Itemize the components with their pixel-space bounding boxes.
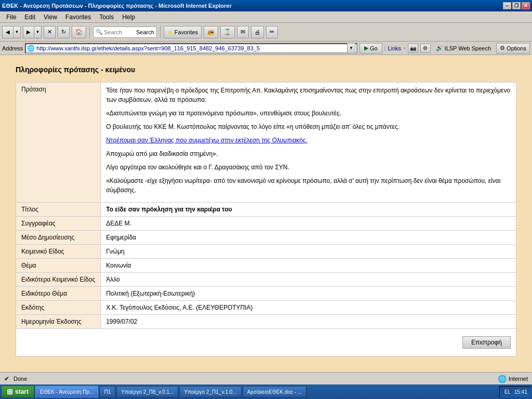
search-box[interactable]: 🔍 Search — [93, 26, 157, 38]
table-row: Ειδικότερο Θέμα Πολιτική (Εξωτερική-Εσωτ… — [16, 287, 516, 301]
options-label: Options — [507, 45, 526, 51]
row-value-9: 1999/07/02 — [101, 315, 516, 329]
info-table: Πρόταση Τότε ήταν που παρενέβη ο πρόεδρο… — [16, 82, 516, 356]
row-label-6: Ειδικότερα Κειμενικό Είδος — [16, 273, 101, 287]
menu-edit[interactable]: Edit — [20, 12, 39, 22]
taskbar-item-2[interactable]: Υποέργο 2_Π8_v.0.1... — [116, 386, 178, 397]
address-input-wrap[interactable]: 🌐 ▼ — [25, 43, 357, 54]
taskbar-item-3[interactable]: Υποέργο 2_Π1_v.1.0... — [179, 386, 241, 397]
internet-icon: 🌐 — [498, 375, 507, 383]
proposal-para-5: Λίγο αργότερα τον ακολούθησε και ο Γ. Δρ… — [106, 163, 511, 172]
forward-button[interactable]: ▶ — [23, 26, 34, 38]
taskbar-item-4[interactable]: ΑρσάκειοΕΘΕΚ.doc - ... — [243, 386, 307, 397]
back-button[interactable]: ◀ — [2, 26, 14, 38]
table-row: Μέσο Δημοσίευσης Εφημερίδα — [16, 231, 516, 245]
row-value-1: Το είδε σαν πρόκληση για την καριέρα του — [101, 203, 516, 217]
close-button[interactable]: ✕ — [522, 2, 530, 9]
toolbar-sep1 — [89, 26, 90, 38]
go-button[interactable]: ▶ Go — [360, 43, 382, 54]
status-text: Done — [14, 376, 494, 382]
proposal-para-6: «Καλούμαστε -είχε εξηγήσει νωρίτερα- από… — [106, 176, 511, 195]
proposal-para-1: Τότε ήταν που παρενέβη ο πρόεδρος της Επ… — [106, 86, 511, 104]
menu-view[interactable]: View — [39, 12, 61, 22]
options-icon: ⚙ — [500, 45, 505, 51]
status-bar: ✔ Done 🌐 Internet — [0, 372, 532, 384]
proposal-link-para: Ντρέπομαι σαν Έλληνας που συμμετέχω στην… — [106, 136, 511, 145]
print-button[interactable]: 🖨 — [251, 26, 264, 38]
search-label: Search — [136, 29, 154, 35]
favorites-label: Favorites — [175, 29, 198, 35]
row-label-7: Ειδικότερο Θέμα — [16, 287, 101, 301]
media-button[interactable]: 📻 — [204, 26, 218, 38]
page-icon: 🌐 — [27, 45, 35, 52]
links-label[interactable]: Links — [388, 45, 401, 51]
menu-file[interactable]: File — [2, 12, 20, 22]
system-tray: EL 15:41 — [499, 386, 531, 397]
taskbar-item-0[interactable]: ΕΘΕΚ - Ανεύρεση Πρ... — [35, 386, 98, 397]
table-row: Κειμενικό Είδος Γνώμη — [16, 245, 516, 259]
proposal-para-4: Αποχωρώ από μια διαδικασία στημένη». — [106, 149, 511, 158]
address-input[interactable] — [36, 45, 347, 51]
menu-tools[interactable]: Tools — [95, 12, 118, 22]
edit-button[interactable]: ✏ — [266, 26, 278, 38]
speech-label: ILSP Web Speech — [445, 45, 491, 51]
go-icon: ▶ — [364, 45, 368, 51]
row-label-9: Ημερομηνία Έκδοσης — [16, 315, 101, 329]
menu-help[interactable]: Help — [118, 12, 139, 22]
menu-bar: File Edit View Favorites Tools Help — [0, 11, 532, 23]
row-label-1: Τίτλος — [16, 203, 101, 217]
row-value-0: Τότε ήταν που παρενέβη ο πρόεδρος της Επ… — [101, 83, 516, 203]
home-button[interactable]: 🏠 — [72, 26, 86, 38]
restore-button[interactable]: ❐ — [512, 2, 521, 9]
row-label-3: Μέσο Δημοσίευσης — [16, 231, 101, 245]
table-row: Εκδότης Χ.Κ. Τεγόπουλος Εκδόσεις, Α.Ε. (… — [16, 301, 516, 315]
window-title: ΕΘΕΚ - Ανεύρεση Προτάσεων - Πληροφορίες … — [2, 3, 232, 9]
minimize-button[interactable]: − — [503, 2, 511, 9]
row-label-5: Θέμα — [16, 259, 101, 273]
title-value: Το είδε σαν πρόκληση για την καριέρα του — [106, 206, 232, 213]
media-mini-button[interactable]: 📷 — [408, 44, 418, 53]
content-area: Πληροφορίες πρότασης - κειμένου Πρόταση … — [0, 55, 532, 372]
search-input[interactable] — [104, 29, 135, 35]
back-dropdown[interactable]: ▼ — [14, 26, 21, 38]
favorites-button[interactable]: ★ Favorites — [164, 26, 202, 38]
row-value-3: Εφημερίδα — [101, 231, 516, 245]
proposal-link[interactable]: Ντρέπομαι σαν Έλληνας που συμμετέχω στην… — [106, 137, 308, 144]
table-row: Ημερομηνία Έκδοσης 1999/07/02 — [16, 315, 516, 329]
go-label: Go — [370, 45, 378, 51]
address-dropdown[interactable]: ▼ — [347, 43, 355, 54]
options-button[interactable]: ⚙ Options — [496, 43, 530, 54]
return-row: Επιστροφή — [16, 329, 516, 356]
toolbar-sep2 — [160, 26, 161, 38]
row-value-8: Χ.Κ. Τεγόπουλος Εκδόσεις, Α.Ε. (ΕΛΕΥΘΕΡΟ… — [101, 301, 516, 315]
title-bar: ΕΘΕΚ - Ανεύρεση Προτάσεων - Πληροφορίες … — [0, 0, 532, 11]
history-button[interactable]: ⌛ — [220, 26, 235, 38]
clock: 15:41 — [514, 389, 527, 395]
table-row: Θέμα Κοινωνία — [16, 259, 516, 273]
stop-button[interactable]: ✕ — [44, 26, 56, 38]
taskbar-item-1[interactable]: Π1 — [99, 386, 115, 397]
row-value-5: Κοινωνία — [101, 259, 516, 273]
speech-button[interactable]: 🔊 ILSP Web Speech — [433, 43, 495, 54]
proposal-para-2: «Διατυπώνεται γνώμη για τα προτεινόμενα … — [106, 109, 511, 118]
status-right: 🌐 Internet — [498, 375, 528, 383]
speech-icon: 🔊 — [436, 45, 443, 51]
windows-logo: ⊞ — [7, 388, 13, 396]
row-value-6: Άλλο — [101, 273, 516, 287]
row-label-0: Πρόταση — [16, 83, 101, 203]
table-row: Ειδικότερα Κειμενικό Είδος Άλλο — [16, 273, 516, 287]
table-row: Συγγραφέας ΔΕΔΕ Μ. — [16, 217, 516, 231]
start-button[interactable]: ⊞ start — [1, 385, 34, 398]
menu-favorites[interactable]: Favorites — [61, 12, 95, 22]
page-title: Πληροφορίες πρότασης - κειμένου — [16, 65, 516, 74]
row-label-4: Κειμενικό Είδος — [16, 245, 101, 259]
content-inner: Πληροφορίες πρότασης - κειμένου Πρόταση … — [0, 55, 532, 367]
refresh-button[interactable]: ↻ — [58, 26, 70, 38]
tools-mini-button[interactable]: ⚙ — [420, 44, 431, 53]
mail-button[interactable]: ✉ — [237, 26, 249, 38]
search-icon: 🔍 — [96, 29, 103, 35]
row-value-7: Πολιτική (Εξωτερική-Εσωτερική) — [101, 287, 516, 301]
forward-dropdown[interactable]: ▼ — [34, 26, 42, 38]
return-button[interactable]: Επιστροφή — [462, 336, 511, 349]
title-bar-buttons: − ❐ ✕ — [503, 2, 530, 9]
